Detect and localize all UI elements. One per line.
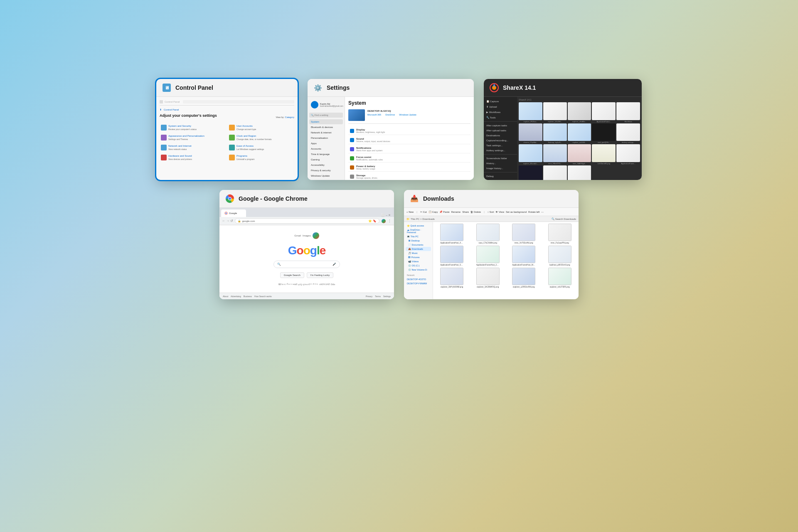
user-avatar — [311, 101, 318, 108]
sidebar-osdrive: 💿 OS (C:) — [406, 264, 431, 268]
dl-file-11: explorer_u2R5Dcr5Nf.png — [507, 268, 541, 288]
cp-item-hardware: Hardware and Sound View devices and prin… — [160, 153, 226, 162]
titlebar-chrome: Google - Google Chrome — [219, 190, 394, 208]
window-card-settings[interactable]: ⚙️ Settings Kazim Abi kazimabiudinali@gm… — [308, 79, 474, 180]
nav-gaming: Gaming — [309, 157, 343, 162]
sharex-thumb-18: run832_vbaY5A... — [543, 165, 567, 180]
sidebar-videos: 📹 Videos — [406, 259, 431, 264]
option-notifications: Notifications Alerts from apps and syste… — [348, 145, 470, 153]
option-sound: Sound Volume, output, input, sound devic… — [348, 136, 470, 144]
sidebar-onedrive: ☁ OneDrive - Personal — [406, 228, 431, 234]
taskview-container: 🖥 Control Panel Control Panel ⬆ Control … — [108, 79, 690, 453]
dl-file-1: ApplicationFrameHost_Ac7p... — [435, 224, 469, 244]
sharex-menu-destinations: Destinations — [484, 133, 517, 138]
sharex-menu-after-capture: After capture tasks — [484, 123, 517, 128]
sharex-thumb-grid: explorer_PE2kcu... explorer_1Zv29H... ex… — [519, 102, 640, 180]
dl-file-9: explorer_3WYy5i09N8.png — [435, 268, 469, 288]
sharex-menu-upload: ⬆ Upload — [484, 104, 517, 109]
settings-main: System DESKTOP-4LS37JQ Microsoft 365OneD… — [345, 97, 474, 180]
downloads-app-icon: 📥 — [410, 194, 419, 203]
dl-file-4: mmc_FoJuxpPFd.png — [543, 224, 577, 244]
option-power: Power & battery Sleep, battery usage — [348, 164, 470, 172]
dl-file-12: explorer_nAr2T3R5.png — [543, 268, 577, 288]
sharex-thumb-19: run832_hb359z... — [568, 165, 591, 180]
sharex-thumb-9: cmd_gueQ5Ye... — [592, 123, 616, 144]
title-control-panel: Control Panel — [175, 84, 213, 91]
sharex-sidebar: 📋 Capture ⬆ Upload ▶ Workflows 🔧 Tools A… — [484, 97, 517, 180]
sharex-thumb-15: LniVZatm9G.png — [592, 144, 616, 165]
content-control-panel: Control Panel ⬆ Control Panel Adjust you… — [156, 97, 298, 180]
title-downloads: Downloads — [423, 195, 454, 202]
cp-item-programs: Programs Uninstall a program — [228, 153, 294, 162]
control-panel-icon: 🖥 — [162, 83, 171, 92]
window-card-control-panel[interactable]: 🖥 Control Panel Control Panel ⬆ Control … — [156, 79, 298, 180]
content-chrome: Google ⬜ – ✕ ← → ↺ 🔒 google.com ⭐ 🔖 — [219, 208, 394, 299]
window-card-downloads[interactable]: 📥 Downloads + New | ✂ Cut 📋 Copy 📌 Paste… — [404, 190, 579, 299]
sharex-app-icon — [490, 83, 499, 92]
downloads-file-grid: ApplicationFrameHost_Ac7p... cass_CTsCXb… — [435, 224, 577, 288]
sidebar-music: 🎵 Music — [406, 251, 431, 255]
google-logo: Google — [288, 244, 325, 257]
titlebar-settings: ⚙️ Settings — [308, 79, 474, 97]
sidebar-documents: 📄 Documents — [406, 243, 431, 247]
sharex-thumb-1: explorer_PE2kcu... — [519, 102, 542, 123]
cp-item-ease: Ease of Access Let Windows suggest setti… — [228, 143, 294, 152]
titlebar-control-panel: 🖥 Control Panel — [156, 79, 298, 97]
nav-accounts: Accounts — [309, 146, 343, 151]
nav-personalisation: Personalisation — [309, 135, 343, 140]
dl-file-3: mmc_XvTSDuHbI.png — [507, 224, 541, 244]
sharex-menu-workflows: ▶ Workflows — [484, 109, 517, 115]
nav-winupdate: Windows Update — [309, 173, 343, 178]
nav-apps: Apps — [309, 141, 343, 146]
dl-file-6: ApplicationFrameHost_207lo... — [471, 246, 505, 266]
sharex-thumb-13: mmc_H8zoOYG... — [543, 144, 567, 165]
cp-item-clock: Clock and Region Change date, time, or n… — [228, 133, 294, 142]
chrome-tab-google: Google — [221, 209, 246, 217]
downloads-body: ⭐ Quick access ☁ OneDrive - Personal 💻 T… — [404, 222, 579, 299]
sharex-thumb-12: explorer_E5umkU... — [519, 144, 542, 165]
sharex-menu-debug: Debug — [484, 174, 517, 179]
sidebar-desktop-pc1: DESKTOP-4O3TO — [406, 277, 431, 281]
sharex-thumb-16: ApplicationFrame... — [616, 144, 640, 165]
sharex-thumb-5: Workflows — [616, 102, 640, 123]
chrome-footer: AboutAdvertisingBusinessHow Search works… — [219, 293, 394, 299]
cp-items-grid: System and Security Review your computer… — [160, 123, 294, 162]
nav-bluetooth: Bluetooth & devices — [309, 125, 343, 130]
cp-window-chrome: Control Panel — [160, 100, 294, 106]
sharex-thumb-6: chrome_PYjeMal... — [519, 123, 542, 144]
nav-privacy: Privacy & security — [309, 168, 343, 173]
downloads-sidebar: ⭐ Quick access ☁ OneDrive - Personal 💻 T… — [404, 222, 433, 299]
nav-network: Network & internet — [309, 130, 343, 135]
option-display: Display Monitors, brightness, night ligh… — [348, 127, 470, 135]
settings-options: Display Monitors, brightness, night ligh… — [348, 127, 470, 180]
title-chrome: Google - Google Chrome — [239, 195, 308, 202]
sharex-thumb-14: mmc_5kAYGljy4... — [568, 144, 591, 165]
sharex-menu-image-history: Image history... — [484, 166, 517, 171]
downloads-toolbar: + New | ✂ Cut 📋 Copy 📌 Paste Rename Shar… — [404, 208, 579, 216]
cp-item-system: System and Security Review your computer… — [160, 123, 226, 132]
sharex-thumb-11: donkey-settings... — [616, 123, 640, 144]
sharex-menu-tools: 🔧 Tools — [484, 115, 517, 120]
window-card-chrome[interactable]: Google - Google Chrome Google ⬜ – ✕ — [219, 190, 394, 299]
sidebar-quick-access: ⭐ Quick access — [406, 224, 431, 228]
settings-sidebar: Kazim Abi kazimabiudinali@gmail.com 🔍 Fi… — [308, 97, 345, 180]
sharex-thumbnails: ShareX 14.1 explorer_PE2kcu... explorer_… — [517, 97, 642, 180]
pc-quick-links: Microsoft 365OneDriveWindows Update — [367, 113, 416, 116]
sharex-menu-task-settings: Task settings... — [484, 143, 517, 148]
cp-breadcrumb: ⬆ Control Panel — [160, 108, 294, 111]
settings-user: Kazim Abi kazimabiudinali@gmail.com — [309, 99, 343, 110]
sidebar-downloads: 📥 Downloads — [406, 247, 431, 251]
sharex-menu-screenshots: Screenshots folder — [484, 156, 517, 161]
window-card-sharex[interactable]: ShareX 14.1 📋 Capture ⬆ Upload ▶ Workflo… — [484, 79, 642, 180]
sharex-thumb-3: explorer_uHvB6e... — [568, 102, 591, 123]
sharex-menu-capture-settings: Capture/recording... — [484, 138, 517, 143]
sidebar-this-pc: 💻 This PC — [406, 234, 431, 239]
bottom-row: Google - Google Chrome Google ⬜ – ✕ — [219, 190, 579, 299]
sharex-thumb-7: Taskmgr_bg1p41... — [543, 123, 567, 144]
chrome-urlbar: 🔒 google.com ⭐ 🔖 — [235, 218, 379, 224]
nav-time: Time & language — [309, 152, 343, 157]
dl-file-5: ApplicationFrameHost_Sym... — [435, 246, 469, 266]
dl-file-7: ApplicationFrameHost_MCYb... — [507, 246, 541, 266]
google-search-bar: 🔍 🎤 — [273, 261, 340, 268]
chrome-body: Gmail Images Google 🔍 🎤 Google Search — [219, 225, 394, 293]
